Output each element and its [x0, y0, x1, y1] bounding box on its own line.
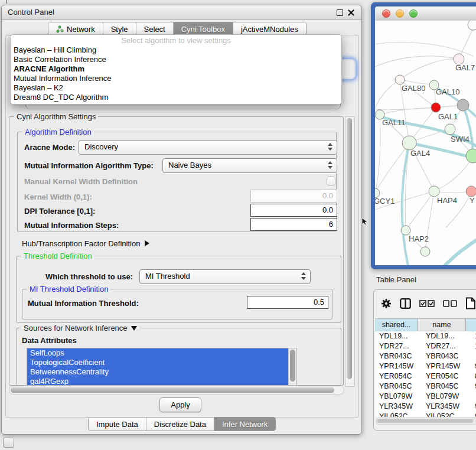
table-cell: YDL19...: [422, 331, 473, 341]
network-tab-icon: [56, 25, 64, 33]
combobox-spinner-icon: [328, 143, 332, 151]
attributes-scrollbar-thumb[interactable]: [290, 350, 295, 381]
mi-steps-label: Mutual Information Steps:: [24, 221, 119, 230]
bottom-tab-infer-network[interactable]: Infer Network: [214, 418, 275, 431]
table-hscroll-thumb[interactable]: [377, 419, 473, 423]
network-edge[interactable]: [375, 56, 459, 67]
network-node-gal4[interactable]: [402, 136, 416, 150]
column-header-shared[interactable]: shared...: [375, 319, 418, 331]
bottom-tab-discretize-data[interactable]: Discretize Data: [146, 418, 214, 431]
table-cell: YER054C: [422, 371, 473, 381]
network-node-hap4[interactable]: [429, 186, 439, 197]
network-edge[interactable]: [406, 191, 434, 230]
which-threshold-combobox[interactable]: MI Threshold: [139, 269, 311, 284]
mi-algorithm-type-label: Mutual Information Algorithm Type:: [24, 161, 154, 170]
network-node-gal1[interactable]: [431, 103, 441, 112]
network-canvas[interactable]: GAL7GAL80GAL10GAL1GAL11SWI4GAL4GCY1HAP4Y…: [375, 21, 476, 265]
column-header-2[interactable]: [466, 319, 476, 331]
table-row[interactable]: YBR045CYBR045C9.: [375, 381, 476, 392]
network-edge[interactable]: [380, 107, 436, 115]
new-table-file-icon[interactable]: [465, 297, 476, 309]
collapse-right-triangle-icon[interactable]: [145, 240, 149, 246]
data-attributes-items: SelfLoopsTopologicalCoefficientBetweenne…: [27, 348, 296, 386]
algorithm-option-aracne-algorithm[interactable]: ARACNE Algorithm: [11, 64, 341, 74]
dpi-tolerance-label: DPI Tolerance [0,1]:: [24, 207, 95, 216]
settings-vscroll-thumb[interactable]: [347, 118, 352, 379]
hub-transcription-factor-section[interactable]: Hub/Transcription Factor Definition: [22, 239, 149, 248]
aracne-mode-combobox[interactable]: Discovery: [79, 140, 337, 155]
table-settings-gear-icon[interactable]: [381, 298, 392, 309]
data-attributes-list[interactable]: SelfLoopsTopologicalCoefficientBetweenne…: [27, 348, 297, 386]
tab-style[interactable]: Style: [103, 22, 136, 35]
network-edge[interactable]: [400, 59, 459, 80]
apply-button[interactable]: Apply: [159, 397, 201, 412]
algorithm-option-mutual-information-inference[interactable]: Mutual Information Inference: [11, 74, 341, 83]
collapse-down-triangle-icon[interactable]: [131, 326, 137, 331]
table-cell: YPR145W: [375, 361, 422, 371]
network-node[interactable]: [457, 99, 469, 111]
network-window-titlebar[interactable]: [375, 6, 476, 21]
close-traffic-light-icon[interactable]: [382, 9, 390, 18]
network-edge[interactable]: [375, 80, 400, 108]
network-node-gal80[interactable]: [395, 75, 405, 84]
control-panel-titlebar[interactable]: Control Panel: [2, 5, 361, 20]
tab-select-label: Select: [144, 25, 165, 34]
minimized-panel-icon[interactable]: [3, 438, 14, 448]
network-window[interactable]: GAL7GAL80GAL10GAL1GAL11SWI4GAL4GCY1HAP4Y…: [371, 2, 476, 269]
table-panel-title: Table Panel: [376, 275, 416, 284]
show-checked-columns-icon[interactable]: [419, 300, 435, 307]
data-attribute-gal4rgexp[interactable]: gal4RGexp: [27, 377, 296, 386]
algorithm-option-bayesian-k2[interactable]: Bayesian – K2: [11, 83, 341, 93]
table-row[interactable]: YIL052CYIL052C9: [375, 412, 476, 417]
float-window-icon[interactable]: [337, 9, 343, 16]
mi-threshold-field[interactable]: 0.5: [247, 296, 328, 309]
hide-columns-icon[interactable]: [443, 300, 457, 307]
tab-network-label: Network: [67, 25, 95, 34]
tab-network[interactable]: Network: [48, 22, 103, 35]
network-node-y[interactable]: [466, 186, 476, 197]
network-node-hap2[interactable]: [401, 226, 410, 235]
network-edge[interactable]: [375, 115, 380, 193]
network-node[interactable]: [466, 149, 476, 163]
algorithm-option-basic-correlation-inference[interactable]: Basic Correlation Inference: [11, 55, 341, 64]
data-attribute-topologicalcoefficient[interactable]: TopologicalCoefficient: [27, 358, 296, 367]
zoom-traffic-light-icon[interactable]: [409, 9, 418, 18]
algorithm-option-dream8-dc-tdc-algorithm[interactable]: Dream8 DC_TDC Algorithm: [11, 93, 341, 102]
column-header-name[interactable]: name: [418, 319, 466, 331]
table-row[interactable]: YER054CYER054C8.: [375, 371, 476, 381]
table-horizontal-scrollbar[interactable]: [376, 418, 476, 425]
attributes-list-scrollbar[interactable]: [288, 348, 296, 385]
settings-hscroll-thumb[interactable]: [11, 387, 334, 393]
algorithm-option-bayesian-hill-climbing[interactable]: Bayesian – Hill Climbing: [11, 45, 341, 55]
bottom-tab-impute-data[interactable]: Impute Data: [89, 418, 146, 431]
table-row[interactable]: YBL079WYBL079W: [375, 392, 476, 402]
network-edge[interactable]: [445, 240, 476, 265]
mi-steps-field[interactable]: 6: [250, 218, 337, 231]
network-node-label: HAP2: [409, 234, 429, 243]
table-row[interactable]: YLR345WYLR345W9.: [375, 402, 476, 412]
network-node[interactable]: [468, 21, 476, 30]
table-row[interactable]: YBR043CYBR043C: [375, 351, 476, 361]
data-attribute-betweennesscentrality[interactable]: BetweennessCentrality: [27, 367, 296, 377]
network-edge[interactable]: [434, 156, 473, 191]
dpi-tolerance-field[interactable]: 0.0: [250, 204, 337, 217]
split-columns-icon[interactable]: [400, 298, 411, 309]
minimize-traffic-light-icon[interactable]: [396, 9, 404, 18]
table-cell: 9: [473, 412, 476, 417]
tab-select[interactable]: Select: [136, 22, 174, 35]
settings-vertical-scrollbar[interactable]: [345, 116, 355, 387]
network-node-swi4[interactable]: [445, 124, 455, 135]
close-window-icon[interactable]: [347, 8, 355, 16]
table-row[interactable]: YDR27...YDR27...12: [375, 341, 476, 351]
kernel-width-field[interactable]: 0.0: [250, 190, 337, 203]
network-node[interactable]: [420, 247, 430, 256]
table-row[interactable]: YDL19...YDL19...13: [375, 331, 476, 341]
data-attribute-selfloops[interactable]: SelfLoops: [27, 348, 296, 358]
settings-horizontal-scrollbar[interactable]: [9, 386, 344, 394]
tab-jactivemnodules[interactable]: jActiveMNodules: [233, 22, 306, 35]
which-threshold-label: Which threshold to use:: [45, 272, 133, 281]
manual-kernel-width-checkbox[interactable]: [327, 177, 335, 185]
table-row[interactable]: YPR145WYPR145W9.: [375, 361, 476, 371]
tab-cyni-toolbox[interactable]: Cyni Toolbox: [174, 22, 233, 35]
mi-algorithm-type-combobox[interactable]: Naive Bayes: [162, 158, 337, 173]
